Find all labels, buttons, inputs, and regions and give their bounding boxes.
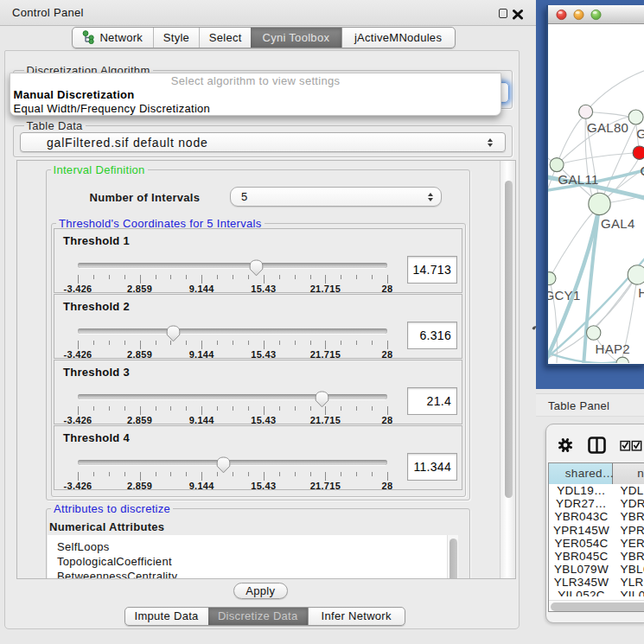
table-cell-shared-name[interactable]: YIL052C xyxy=(549,589,614,596)
group-title-table-data: Table Data xyxy=(24,119,86,132)
combo-stepper-icon xyxy=(428,193,433,201)
network-node[interactable] xyxy=(616,357,628,363)
table-cell-name[interactable]: YER05 xyxy=(620,537,644,550)
table-horizontal-scrollbar-thumb[interactable] xyxy=(551,603,644,611)
table-cell-name[interactable]: YBL07 xyxy=(620,563,644,576)
table-row[interactable]: YPR145WYPR14 xyxy=(549,524,644,537)
table-row[interactable]: YBR045CYBR04 xyxy=(549,550,644,563)
threshold-title: Threshold 1 xyxy=(63,234,130,247)
threshold-slider-track[interactable] xyxy=(78,460,387,465)
numerical-attributes-list[interactable]: SelfLoopsTopologicalCoefficientBetweenne… xyxy=(48,535,447,579)
network-node-label: GCY1 xyxy=(548,287,581,302)
network-edge[interactable] xyxy=(549,213,593,278)
close-icon[interactable] xyxy=(513,8,523,19)
select-columns-icon[interactable] xyxy=(620,439,642,455)
split-columns-icon[interactable] xyxy=(588,437,606,457)
tab-network[interactable]: Network xyxy=(73,28,153,48)
popup-item-equal-width[interactable]: Equal Width/Frequency Discretization xyxy=(10,102,501,116)
apply-button[interactable]: Apply xyxy=(233,583,289,600)
table-header-row: shared… n… xyxy=(549,463,644,484)
threshold-value-field[interactable]: 11.344 xyxy=(407,453,457,481)
tab-cyni-toolbox[interactable]: Cyni Toolbox xyxy=(251,28,341,48)
attribute-list-item[interactable]: BetweennessCentrality xyxy=(48,569,447,579)
threshold-value-field[interactable]: 14.713 xyxy=(407,256,457,284)
network-node-label: GAL11 xyxy=(558,172,598,187)
table-cell-shared-name[interactable]: YDR27… xyxy=(549,497,614,510)
tab-jactivemnodules[interactable]: jActiveMNodules xyxy=(341,28,455,48)
threshold-slider-labels: -3.4262.8599.14415.4321.71528 xyxy=(78,415,387,425)
popup-item-manual-discretization[interactable]: Manual Discretization xyxy=(10,88,501,102)
table-row[interactable]: YDR27…YDR27 xyxy=(549,497,644,510)
table-row[interactable]: YBR043CYBR04 xyxy=(549,510,644,523)
table-header-name[interactable]: n… xyxy=(613,463,644,484)
attributes-list-scrollbar[interactable] xyxy=(447,535,459,579)
table-row[interactable]: YER054CYER05 xyxy=(549,537,644,550)
network-node[interactable] xyxy=(548,271,556,284)
threshold-title: Threshold 4 xyxy=(63,431,130,444)
cytopanel-tabbar: Network Style Select Cyni Toolbox jActiv… xyxy=(72,27,456,48)
table-data-combobox[interactable]: galFiltered.sif default node xyxy=(20,132,506,152)
table-cell-name[interactable]: YDL19 xyxy=(620,484,644,497)
table-row[interactable]: YDL19…YDL19 xyxy=(549,484,644,497)
network-edge[interactable] xyxy=(557,118,583,165)
group-title-interval-definition: Interval Definition xyxy=(51,163,148,176)
table-horizontal-scrollbar[interactable] xyxy=(549,600,644,612)
threshold-slider-labels: -3.4262.8599.14415.4321.71528 xyxy=(78,349,387,360)
table-cell-shared-name[interactable]: YBR043C xyxy=(549,510,614,523)
settings-scrollbar[interactable] xyxy=(500,161,515,578)
network-node[interactable] xyxy=(633,146,644,159)
threshold-value-field[interactable]: 6.316 xyxy=(407,322,457,349)
table-cell-name[interactable]: YIL05 xyxy=(620,589,644,596)
table-cell-shared-name[interactable]: YPR145W xyxy=(549,524,614,537)
threshold-slider-track[interactable] xyxy=(78,328,387,334)
splitter-collapse-icon[interactable] xyxy=(532,319,537,335)
gear-icon[interactable] xyxy=(558,437,573,456)
network-edge[interactable] xyxy=(585,69,644,112)
table-cell-shared-name[interactable]: YDL19… xyxy=(549,484,614,497)
network-node[interactable] xyxy=(628,265,644,284)
popup-item-prompt[interactable]: Select algorithm to view settings xyxy=(10,73,501,88)
threshold-slider-track[interactable] xyxy=(78,394,387,399)
float-window-icon[interactable] xyxy=(499,9,507,18)
table-cell-shared-name[interactable]: YBR045C xyxy=(549,550,614,563)
number-of-intervals-combobox[interactable]: 5 xyxy=(230,187,442,207)
table-cell-name[interactable]: YBR04 xyxy=(620,510,644,523)
tab-select[interactable]: Select xyxy=(199,28,251,48)
group-attributes-to-discretize: Attributes to discretize Numerical Attri… xyxy=(46,508,470,579)
tab-impute-data[interactable]: Impute Data xyxy=(125,608,208,625)
table-cell-shared-name[interactable]: YBL079W xyxy=(549,563,614,576)
table-cell-name[interactable]: YDR27 xyxy=(620,497,644,510)
network-node[interactable] xyxy=(578,105,592,118)
network-canvas[interactable]: GAL80GACGAL11GAL4GCY1HHAP2 xyxy=(548,24,644,363)
tab-infer-network[interactable]: Infer Network xyxy=(308,608,405,625)
table-cell-shared-name[interactable]: YER054C xyxy=(549,537,614,550)
attributes-list-scrollbar-thumb[interactable] xyxy=(450,539,457,579)
table-row[interactable]: YIL052CYIL05 xyxy=(549,589,644,596)
table-cell-name[interactable]: YLR34 xyxy=(620,576,644,589)
tab-discretize-data[interactable]: Discretize Data xyxy=(208,608,308,625)
attribute-list-item[interactable]: SelfLoops xyxy=(48,539,447,554)
table-row[interactable]: YLR345WYLR34 xyxy=(549,576,644,589)
network-node-label: GAL80 xyxy=(587,119,628,134)
table-data-combobox-value: galFiltered.sif default node xyxy=(47,136,208,150)
network-view-window: GAL80GACGAL11GAL4GCY1HHAP2 xyxy=(546,5,644,366)
table-header-shared-name[interactable]: shared… xyxy=(549,463,613,484)
table-row[interactable]: YBL079WYBL07 xyxy=(549,563,644,576)
combo-stepper-icon xyxy=(488,138,493,147)
threshold-value-field[interactable]: 21.4 xyxy=(407,387,457,415)
network-node[interactable] xyxy=(588,193,609,214)
threshold-slider-track[interactable] xyxy=(78,263,387,268)
network-node[interactable] xyxy=(586,325,600,339)
table-cell-shared-name[interactable]: YLR345W xyxy=(549,576,614,589)
numerical-attributes-label: Numerical Attributes xyxy=(49,520,164,533)
settings-scrollbar-thumb[interactable] xyxy=(505,181,513,498)
network-node[interactable] xyxy=(628,110,643,124)
network-node-label: GAL4 xyxy=(601,216,635,231)
network-node[interactable] xyxy=(550,157,564,171)
table-cell-name[interactable]: YBR04 xyxy=(620,550,644,563)
network-window-titlebar[interactable] xyxy=(548,5,644,24)
table-cell-name[interactable]: YPR14 xyxy=(620,524,644,537)
tab-style[interactable]: Style xyxy=(153,28,200,48)
number-of-intervals-value: 5 xyxy=(241,190,248,203)
attribute-list-item[interactable]: TopologicalCoefficient xyxy=(48,554,447,569)
